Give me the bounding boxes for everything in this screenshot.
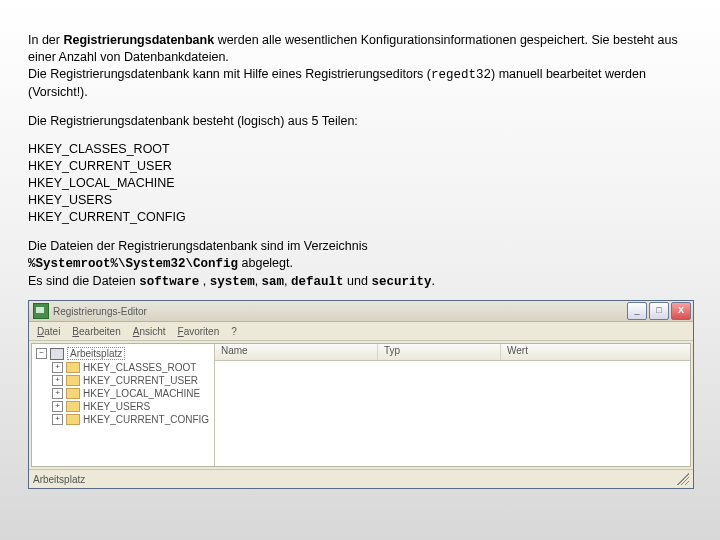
menu-bearbeiten[interactable]: Bearbeiten <box>66 326 126 337</box>
registry-editor-window: Registrierungs-Editor _ □ X Datei Bearbe… <box>28 300 694 489</box>
hkey-list: HKEY_CLASSES_ROOT HKEY_CURRENT_USER HKEY… <box>28 141 692 225</box>
tree-item[interactable]: + HKEY_CLASSES_ROOT <box>34 361 214 374</box>
folder-icon <box>66 401 80 412</box>
menu-datei[interactable]: Datei <box>31 326 66 337</box>
tree-item[interactable]: + HKEY_CURRENT_CONFIG <box>34 413 214 426</box>
column-name[interactable]: Name <box>215 344 378 360</box>
statusbar: Arbeitsplatz <box>29 469 693 488</box>
minimize-button[interactable]: _ <box>627 302 647 320</box>
column-wert[interactable]: Wert <box>501 344 690 360</box>
window-title: Registrierungs-Editor <box>53 306 627 317</box>
intro-parts: Die Registrierungsdatenbank besteht (log… <box>28 113 692 130</box>
expand-icon[interactable]: + <box>52 362 63 373</box>
collapse-icon[interactable]: − <box>36 348 47 359</box>
titlebar[interactable]: Registrierungs-Editor _ □ X <box>29 301 693 322</box>
tree-item[interactable]: + HKEY_LOCAL_MACHINE <box>34 387 214 400</box>
hkey-item: HKEY_LOCAL_MACHINE <box>28 175 692 192</box>
maximize-button[interactable]: □ <box>649 302 669 320</box>
tree-root[interactable]: − Arbeitsplatz <box>34 346 214 361</box>
menu-favoriten[interactable]: Favoriten <box>172 326 226 337</box>
menu-help[interactable]: ? <box>225 326 243 337</box>
folder-icon <box>66 388 80 399</box>
list-header: Name Typ Wert <box>215 344 690 361</box>
status-text: Arbeitsplatz <box>33 474 85 485</box>
tree-pane[interactable]: − Arbeitsplatz + HKEY_CLASSES_ROOT + HKE… <box>32 344 215 466</box>
hkey-item: HKEY_CLASSES_ROOT <box>28 141 692 158</box>
resize-grip-icon[interactable] <box>677 473 689 485</box>
intro-paragraph: In der Registrierungsdatenbank werden al… <box>28 32 692 101</box>
menubar: Datei Bearbeiten Ansicht Favoriten ? <box>29 322 693 341</box>
hkey-item: HKEY_CURRENT_USER <box>28 158 692 175</box>
tree-item[interactable]: + HKEY_USERS <box>34 400 214 413</box>
close-button[interactable]: X <box>671 302 691 320</box>
expand-icon[interactable]: + <box>52 401 63 412</box>
hkey-item: HKEY_CURRENT_CONFIG <box>28 209 692 226</box>
hkey-item: HKEY_USERS <box>28 192 692 209</box>
folder-icon <box>66 414 80 425</box>
tree-item[interactable]: + HKEY_CURRENT_USER <box>34 374 214 387</box>
folder-icon <box>66 375 80 386</box>
expand-icon[interactable]: + <box>52 388 63 399</box>
expand-icon[interactable]: + <box>52 375 63 386</box>
menu-ansicht[interactable]: Ansicht <box>127 326 172 337</box>
files-paragraph: Die Dateien der Registrierungsdatenbank … <box>28 238 692 291</box>
expand-icon[interactable]: + <box>52 414 63 425</box>
column-type[interactable]: Typ <box>378 344 501 360</box>
folder-icon <box>66 362 80 373</box>
list-pane[interactable]: Name Typ Wert <box>215 344 690 466</box>
app-icon <box>33 303 49 319</box>
computer-icon <box>50 348 64 360</box>
